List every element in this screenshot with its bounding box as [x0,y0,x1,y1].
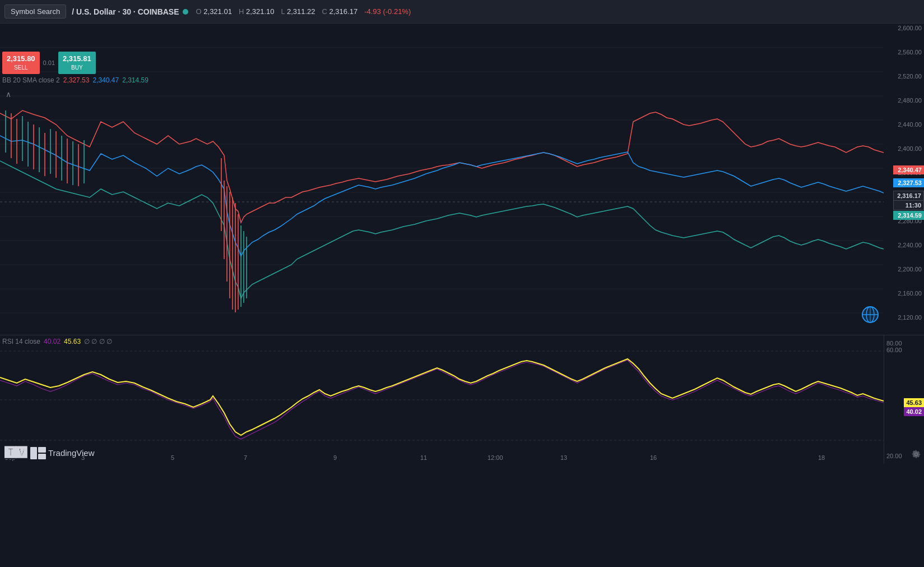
price-level-4: 2,480.00 [898,97,924,104]
open-value: O 2,321.01 [196,7,232,16]
x-label-9: 9 [333,454,337,461]
price-level-2: 2,560.00 [898,49,924,56]
price-level-11: 2,200.00 [898,266,924,273]
bb-val-2: 2,340.47 [92,76,119,84]
rsi-purple-badge: 40.02 [904,407,924,416]
header-bar: Symbol Search / U.S. Dollar · 30 · COINB… [0,0,924,24]
bb-lower-badge: 2,314.59 [893,211,924,220]
sell-label: SELL [7,64,35,72]
symbol-search-button[interactable]: Symbol Search [4,4,66,19]
spread-value: 0.01 [42,52,56,74]
x-label-12: 12:00 [487,454,503,461]
rsi-yellow-badge: 45.63 [904,398,924,407]
rsi-level-80: 80.00 [886,340,922,347]
bb-label-text: BB 20 SMA close 2 [2,76,60,84]
x-axis: Sep 3 5 7 9 11 12:00 13 16 18 [0,451,884,464]
x-label-5: 5 [171,454,174,461]
x-label-13: 13 [560,454,567,461]
svg-point-42 [862,307,878,322]
price-level-12: 2,160.00 [898,290,924,297]
rsi-chart-svg [0,335,884,464]
live-indicator [183,9,188,15]
bb-val-3: 2,314.59 [122,76,148,84]
high-value: H 2,321.10 [239,7,275,16]
x-label-16: 16 [650,454,657,461]
price-level-3: 2,520.00 [898,73,924,80]
tv-icon [30,447,46,459]
svg-rect-47 [38,447,46,453]
sell-price-box[interactable]: 2,315.80 SELL [2,52,40,74]
price-change: -4.93 (-0.21%) [364,7,411,16]
x-label-18: 18 [818,454,825,461]
price-chart-svg [0,24,884,335]
collapse-button[interactable]: ∧ [6,90,11,99]
svg-rect-48 [38,454,46,459]
header-info: / U.S. Dollar · 30 · COINBASE O 2,321.01… [72,7,411,16]
rsi-panel: RSI 14 close 40.02 45.63 ∅ ∅ ∅ ∅ 80.00 6… [0,335,924,464]
price-level-6: 2,400.00 [898,145,924,152]
rsi-level-60: 60.00 [886,347,922,353]
price-level-5: 2,440.00 [898,121,924,128]
main-chart: 2,600.00 2,560.00 2,520.00 2,480.00 2,44… [0,24,924,335]
sell-price: 2,315.80 [7,54,35,64]
rsi-icons: ∅ ∅ ∅ ∅ [84,338,112,345]
close-price-badge: 2,316.17 [893,191,924,201]
buy-label: BUY [63,64,91,72]
rsi-label-text: RSI 14 close [2,338,40,345]
svg-rect-46 [30,447,37,459]
bb-indicator-label: BB 20 SMA close 2 2,327.53 2,340.47 2,31… [2,76,148,84]
low-value: L 2,311.22 [281,7,315,16]
bb-upper-badge: 2,340.47 [893,165,924,174]
sell-buy-overlay: 2,315.80 SELL 0.01 2,315.81 BUY [2,52,96,74]
globe-icon [861,306,879,324]
x-label-7: 7 [244,454,247,461]
rsi-val-purple-label: 40.02 [44,338,61,345]
bb-val-1: 2,327.53 [63,76,90,84]
tradingview-logo: 🆃🆅 TradingView [4,446,95,459]
rsi-val-yellow-label: 45.63 [64,338,81,345]
chart-title: / U.S. Dollar · 30 · COINBASE [72,7,179,16]
price-level-13: 2,120.00 [898,314,924,321]
tradingview-text: TradingView [48,448,95,458]
time-badge: 11:30 [893,200,924,210]
buy-price-box[interactable]: 2,315.81 BUY [58,52,96,74]
bb-mid-badge: 2,327.53 [893,178,924,187]
settings-gear-icon[interactable] [912,450,921,460]
close-value: C 2,316.17 [322,7,358,16]
rsi-indicator-label: RSI 14 close 40.02 45.63 ∅ ∅ ∅ ∅ [2,338,112,345]
buy-price: 2,315.81 [63,54,91,64]
ohlc-data: O 2,321.01 H 2,321.10 L 2,311.22 C 2,316… [196,7,411,16]
price-level-1: 2,600.00 [898,25,924,31]
x-label-11: 11 [420,454,427,461]
price-level-10: 2,240.00 [898,242,924,248]
tv-logo-icon: 🆃🆅 [4,446,27,459]
tv-icon-area [861,306,879,326]
